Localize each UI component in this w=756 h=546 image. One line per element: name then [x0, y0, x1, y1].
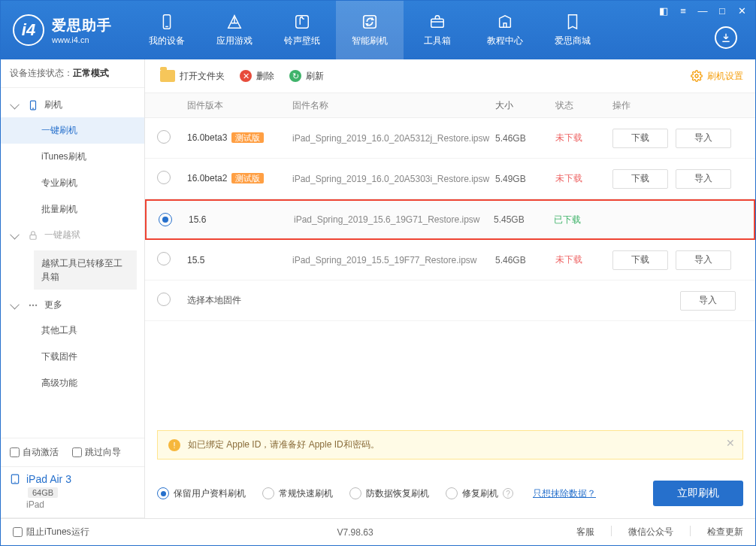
erase-only-link[interactable]: 只想抹除数据？	[533, 487, 596, 500]
firmware-version: 15.5	[187, 255, 204, 265]
sidebar: 设备连接状态：正常模式 刷机 一键刷机iTunes刷机专业刷机批量刷机 一键越狱…	[1, 59, 145, 518]
warning-icon: !	[168, 439, 180, 451]
beta-badge: 测试版	[231, 173, 264, 184]
firmware-radio[interactable]	[157, 130, 171, 144]
firmware-row[interactable]: 15.6 iPad_Spring_2019_15.6_19G71_Restore…	[145, 199, 755, 240]
maximize-icon[interactable]: □	[716, 5, 728, 17]
topnav-item-6[interactable]: 爱思商城	[539, 1, 606, 59]
firmware-size: 5.45GB	[494, 214, 554, 225]
sidebar-item-flash-0[interactable]: 一键刷机	[1, 117, 144, 144]
sidebar-item-more-0[interactable]: 其他工具	[1, 317, 144, 344]
app-version: V7.98.63	[337, 527, 373, 538]
col-version: 固件版本	[187, 99, 292, 112]
select-local-label: 选择本地固件	[187, 294, 608, 307]
window-controls: ◧ ≡ — □ ✕	[658, 5, 748, 17]
select-local-row[interactable]: 选择本地固件 导入	[145, 281, 755, 321]
firmware-row[interactable]: 16.0beta2测试版 iPad_Spring_2019_16.0_20A53…	[145, 159, 755, 199]
table-header: 固件版本 固件名称 大小 状态 操作	[145, 93, 755, 118]
topnav-icon-2	[294, 14, 310, 30]
download-manager-icon[interactable]	[715, 26, 737, 49]
opt-keep-data[interactable]: 保留用户资料刷机	[157, 487, 246, 500]
start-flash-button[interactable]: 立即刷机	[653, 481, 743, 506]
sidebar-group-flash[interactable]: 刷机	[1, 93, 144, 117]
opt-anti-recovery[interactable]: 防数据恢复刷机	[349, 487, 429, 500]
phone-icon	[28, 100, 38, 111]
main-panel: 打开文件夹 ✕删除 ↻刷新 刷机设置 固件版本 固件名称 大小 状态 操作 16…	[145, 59, 755, 518]
firmware-filename: iPad_Spring_2019_15.6_19G71_Restore.ipsw	[294, 214, 494, 225]
topnav-item-5[interactable]: 教程中心	[471, 1, 539, 59]
firmware-status: 已下载	[554, 214, 606, 226]
device-status-value: 正常模式	[73, 68, 109, 78]
sidebar-item-flash-3[interactable]: 批量刷机	[1, 196, 144, 223]
lock-icon	[28, 230, 38, 241]
more-icon	[28, 300, 38, 311]
support-link[interactable]: 客服	[576, 526, 594, 538]
opt-normal[interactable]: 常规快速刷机	[262, 487, 333, 500]
col-status: 状态	[555, 99, 608, 112]
topnav-icon-1	[226, 14, 243, 30]
topnav-item-3[interactable]: 智能刷机	[336, 1, 404, 59]
logo-icon: i4	[13, 14, 44, 46]
close-icon[interactable]: ✕	[736, 5, 748, 17]
block-itunes-checkbox[interactable]: 阻止iTunes运行	[13, 526, 89, 538]
sidebar-group-more[interactable]: 更多	[1, 293, 144, 317]
firmware-radio[interactable]	[157, 171, 171, 184]
firmware-filename: iPad_Spring_2019_16.0_20A5303i_Restore.i…	[292, 174, 495, 184]
firmware-size: 5.46GB	[495, 133, 555, 144]
sidebar-item-more-2[interactable]: 高级功能	[1, 370, 144, 396]
download-button[interactable]: 下载	[612, 169, 668, 189]
firmware-radio[interactable]	[159, 213, 172, 226]
sidebar-item-more-1[interactable]: 下载固件	[1, 344, 144, 370]
sidebar-group-flash-label: 刷机	[44, 99, 62, 111]
delete-button[interactable]: ✕删除	[237, 68, 277, 84]
wechat-link[interactable]: 微信公众号	[628, 526, 673, 538]
refresh-button[interactable]: ↻刷新	[286, 68, 327, 84]
firmware-filename: iPad_Spring_2019_15.5_19F77_Restore.ipsw	[292, 255, 495, 265]
topnav-icon-5	[497, 14, 513, 30]
app-logo: i4 爱思助手 www.i4.cn	[13, 14, 112, 46]
topnav-item-1[interactable]: 应用游戏	[201, 1, 268, 59]
device-storage-badge: 64GB	[28, 487, 58, 498]
minimize-icon[interactable]: —	[697, 5, 709, 17]
device-name: iPad Air 3	[26, 473, 71, 485]
import-button[interactable]: 导入	[676, 169, 731, 189]
sidebar-group-jailbreak[interactable]: 一键越狱	[1, 223, 144, 247]
open-folder-button[interactable]: 打开文件夹	[157, 68, 228, 84]
appleid-notice: ! 如已绑定 Apple ID，请准备好 Apple ID和密码。 ✕	[157, 430, 743, 460]
download-button[interactable]: 下载	[612, 129, 668, 148]
topnav-item-0[interactable]: 我的设备	[133, 1, 201, 59]
topnav-item-4[interactable]: 工具箱	[404, 1, 471, 59]
help-icon[interactable]: ?	[503, 488, 513, 499]
opt-repair[interactable]: 修复刷机?	[446, 487, 513, 500]
radio-local[interactable]	[157, 293, 171, 306]
topnav-icon-0	[159, 14, 175, 30]
firmware-radio[interactable]	[157, 252, 171, 265]
svg-rect-3	[364, 15, 376, 28]
jailbreak-note: 越狱工具已转移至工具箱	[34, 250, 137, 290]
skin-icon[interactable]: ◧	[658, 5, 670, 17]
import-button[interactable]: 导入	[676, 129, 731, 148]
topnav-item-2[interactable]: 铃声壁纸	[268, 1, 336, 59]
menu-icon[interactable]: ≡	[677, 5, 689, 17]
sidebar-item-flash-2[interactable]: 专业刷机	[1, 170, 144, 196]
sidebar-item-flash-1[interactable]: iTunes刷机	[1, 144, 144, 170]
flash-settings-button[interactable]: 刷机设置	[691, 70, 743, 83]
firmware-row[interactable]: 16.0beta3测试版 iPad_Spring_2019_16.0_20A53…	[145, 118, 755, 159]
download-button[interactable]: 下载	[612, 250, 668, 270]
firmware-filename: iPad_Spring_2019_16.0_20A5312j_Restore.i…	[292, 133, 495, 144]
firmware-status: 未下载	[555, 132, 608, 144]
connected-device[interactable]: iPad Air 3 64GB iPad	[1, 467, 144, 518]
notice-text: 如已绑定 Apple ID，请准备好 Apple ID和密码。	[188, 438, 380, 451]
notice-close-icon[interactable]: ✕	[726, 437, 735, 449]
firmware-row[interactable]: 15.5 iPad_Spring_2019_15.5_19F77_Restore…	[145, 240, 755, 281]
svg-point-10	[35, 304, 37, 305]
import-local-button[interactable]: 导入	[680, 291, 736, 311]
skip-wizard-checkbox[interactable]: 跳过向导	[72, 446, 121, 459]
check-update-link[interactable]: 检查更新	[707, 526, 743, 538]
auto-activate-checkbox[interactable]: 自动激活	[10, 446, 59, 459]
device-status-label: 设备连接状态：	[10, 68, 73, 78]
import-button[interactable]: 导入	[676, 250, 731, 270]
toolbar: 打开文件夹 ✕删除 ↻刷新 刷机设置	[145, 59, 755, 93]
beta-badge: 测试版	[231, 132, 264, 143]
sidebar-group-jailbreak-label: 一键越狱	[44, 229, 80, 241]
